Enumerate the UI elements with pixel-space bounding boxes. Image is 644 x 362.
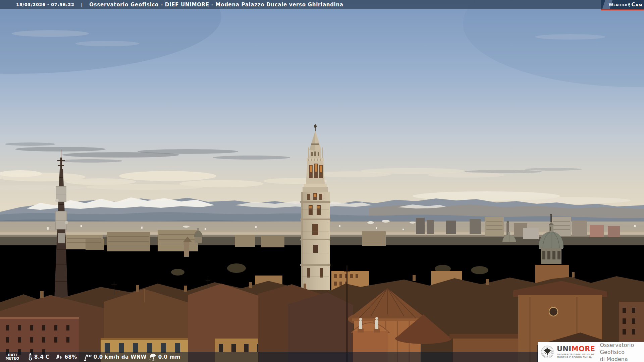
temperature-value: 8.4 C (34, 354, 49, 360)
separator: | (81, 2, 83, 7)
unimore-uni-text: UNI (557, 345, 572, 353)
humidity-group: 68% (55, 354, 77, 360)
weather-cam-logo: Weather Cam (601, 0, 644, 10)
dati-meteo-label: DATI METEO (5, 354, 20, 360)
precipitation-value: 0.0 mm (158, 354, 180, 360)
cam-wordmark: Cam (631, 1, 642, 8)
unimore-credit-box: UNIMORE UNIVERSITÀ DEGLI STUDI DI MODENA… (538, 342, 644, 362)
observatory-name: Osservatorio Geofisico di Modena (600, 342, 644, 362)
logo-red-stripe (601, 9, 644, 10)
camera-lens-icon (628, 3, 630, 7)
precipitation-group: 0.0 mm (149, 354, 180, 361)
wind-value: 0.0 km/h da WNW (94, 354, 147, 360)
humidity-value: 68% (64, 354, 77, 360)
windsock-icon (84, 353, 92, 361)
wind-group: 0.0 km/h da WNW (84, 353, 147, 361)
thermometer-icon (28, 353, 33, 361)
umbrella-icon (149, 354, 157, 361)
webcam-title: Osservatorio Geofisico - DIEF UNIMORE - … (89, 2, 343, 8)
temperature-group: 8.4 C (28, 353, 49, 361)
unimore-wordmark: UNIMORE UNIVERSITÀ DEGLI STUDI DI MODENA… (557, 346, 595, 359)
water-drops-icon (55, 354, 63, 360)
datetime-text: 18/03/2026 - 07:56:22 (16, 2, 74, 7)
unimore-seal-icon (541, 343, 554, 361)
unimore-subtitle: UNIVERSITÀ DEGLI STUDI DI MODENA E REGGI… (557, 353, 595, 359)
webcam-page: 18/03/2026 - 07:56:22 | Osservatorio Geo… (0, 0, 644, 362)
weather-wordmark: Weather (608, 2, 627, 7)
unimore-more-text: MORE (572, 345, 595, 353)
modena-panorama-photo (0, 0, 644, 362)
top-info-bar: 18/03/2026 - 07:56:22 | Osservatorio Geo… (0, 0, 644, 9)
